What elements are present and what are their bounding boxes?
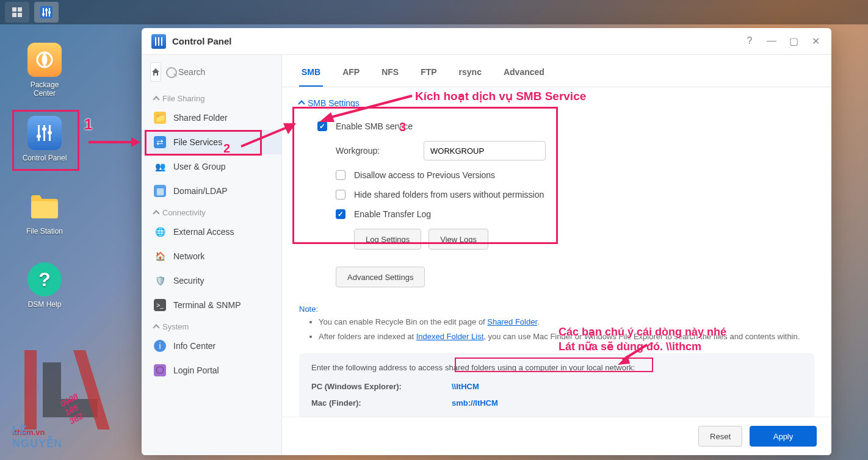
taskbar <box>0 0 868 24</box>
label: File Station <box>17 227 72 235</box>
footer: Reset Apply <box>282 417 831 455</box>
domain-ldap-icon: ▦ <box>154 185 166 197</box>
svg-rect-20 <box>158 37 159 46</box>
chevron-up-icon <box>298 100 305 107</box>
arrow-3 <box>238 122 299 153</box>
search-input[interactable] <box>166 62 282 82</box>
network-icon: 🏠 <box>154 250 166 262</box>
login-portal-icon: 🖵 <box>154 364 166 376</box>
folder-icon: 📁 <box>154 112 166 124</box>
svg-marker-25 <box>319 112 335 122</box>
taskbar-control-panel-button[interactable] <box>34 2 59 23</box>
titlebar: Control Panel ? — ▢ ✕ <box>142 28 831 55</box>
window-title: Control Panel <box>172 36 232 46</box>
svg-rect-2 <box>12 13 16 17</box>
tab-ftp[interactable]: FTP <box>418 63 439 87</box>
sidebar-item-security[interactable]: 🛡️ Security <box>142 268 281 293</box>
note-title: Note: <box>299 304 814 314</box>
tabs: SMB AFP NFS FTP rsync Advanced <box>282 55 831 87</box>
svg-rect-18 <box>31 201 58 218</box>
section-connectivity[interactable]: Connectivity <box>142 203 281 220</box>
tab-rsync[interactable]: rsync <box>457 63 484 87</box>
svg-rect-0 <box>12 7 16 12</box>
arrow-2 <box>317 93 415 123</box>
annotation-text-1: Kích hoạt dịch vụ SMB Service <box>415 89 586 103</box>
indexed-folder-link[interactable]: Indexed Folder List <box>416 332 484 341</box>
sidebar: File Sharing 📁 Shared Folder ⇄ File Serv… <box>142 55 282 455</box>
svg-line-26 <box>241 127 288 146</box>
svg-rect-3 <box>18 13 22 17</box>
section-system[interactable]: System <box>142 317 281 334</box>
package-center-icon <box>27 43 62 77</box>
note-section: Note: You can enable Recycle Bin on the … <box>299 304 814 342</box>
maximize-button[interactable]: ▢ <box>787 35 800 47</box>
user-group-icon: 👥 <box>154 160 166 173</box>
shield-icon: 🛡️ <box>154 275 166 287</box>
arrow-4 <box>617 342 653 366</box>
svg-marker-23 <box>131 137 140 147</box>
arrow-1 <box>85 133 140 151</box>
svg-rect-19 <box>155 37 156 46</box>
desktop-icon-dsm-help[interactable]: ? DSM Help <box>17 262 72 309</box>
svg-line-24 <box>327 96 412 118</box>
apply-button[interactable]: Apply <box>750 426 817 447</box>
svg-rect-8 <box>42 13 45 15</box>
tab-afp[interactable]: AFP <box>340 63 362 87</box>
tab-nfs[interactable]: NFS <box>379 63 401 87</box>
svg-rect-9 <box>45 9 48 11</box>
app-icon <box>151 34 166 49</box>
sidebar-item-terminal-snmp[interactable]: >_ Terminal & SNMP <box>142 293 281 317</box>
external-access-icon: 🌐 <box>154 226 166 238</box>
help-button[interactable]: ? <box>743 35 756 47</box>
annotation-number-2: 2 <box>223 142 230 156</box>
svg-rect-10 <box>48 12 51 13</box>
terminal-icon: >_ <box>154 299 166 311</box>
annotation-box-1 <box>12 110 79 171</box>
sidebar-item-domain-ldap[interactable]: ▦ Domain/LDAP <box>142 179 281 203</box>
home-button[interactable] <box>150 62 161 82</box>
desktop-icon-package-center[interactable]: PackageCenter <box>17 43 72 98</box>
shared-folder-link[interactable]: Shared Folder <box>487 317 537 326</box>
sidebar-item-info-center[interactable]: i Info Center <box>142 334 281 358</box>
svg-marker-31 <box>24 350 37 429</box>
sidebar-item-network[interactable]: 🏠 Network <box>142 244 281 268</box>
tab-advanced[interactable]: Advanced <box>501 63 547 87</box>
minimize-button[interactable]: — <box>765 35 778 47</box>
sidebar-item-user-group[interactable]: 👥 User & Group <box>142 154 281 179</box>
tab-smb[interactable]: SMB <box>299 63 323 87</box>
advanced-settings-button[interactable]: Advanced Settings <box>336 267 425 287</box>
watermark-brand: LÊ NGUYỄN <box>12 424 62 450</box>
reset-button[interactable]: Reset <box>698 426 742 447</box>
pc-label: PC (Windows Explorer): <box>311 382 452 391</box>
info-icon: i <box>154 340 166 352</box>
pc-value: \\ItHCM <box>452 382 479 391</box>
label: DSM Help <box>17 300 72 309</box>
svg-rect-21 <box>161 37 162 46</box>
section-file-sharing[interactable]: File Sharing <box>142 89 281 106</box>
desktop-icon-file-station[interactable]: File Station <box>17 189 72 235</box>
annotation-text-2a: Các bạn chú ý cái dòng này nhé <box>559 325 726 339</box>
label: PackageCenter <box>17 81 72 98</box>
taskbar-apps-button[interactable] <box>5 2 29 23</box>
mac-value: smb://ItHCM <box>452 398 498 408</box>
annotation-number-1: 1 <box>84 116 92 133</box>
sidebar-item-external-access[interactable]: 🌐 External Access <box>142 220 281 244</box>
close-button[interactable]: ✕ <box>809 35 822 47</box>
annotation-box-3 <box>292 107 558 244</box>
svg-rect-1 <box>18 7 22 12</box>
file-station-icon <box>27 189 62 223</box>
mac-label: Mac (Finder): <box>311 398 452 408</box>
dsm-help-icon: ? <box>27 262 62 296</box>
sidebar-item-login-portal[interactable]: 🖵 Login Portal <box>142 358 281 383</box>
